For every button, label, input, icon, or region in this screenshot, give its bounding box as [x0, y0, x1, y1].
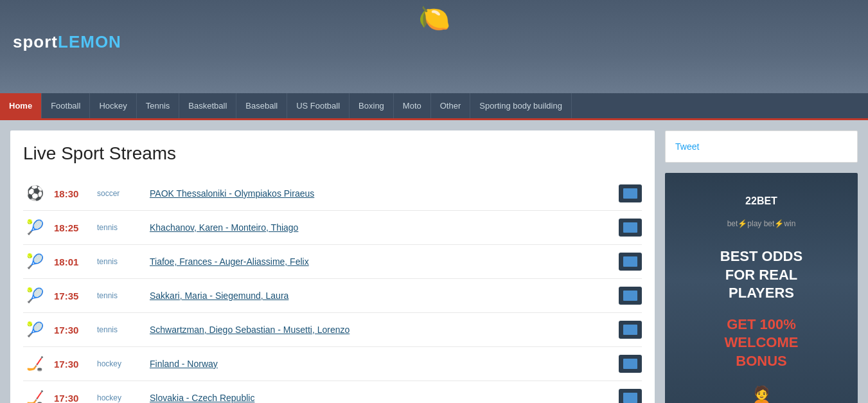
stream-sport-label: soccer	[97, 189, 142, 198]
ad-box: 22BET bet⚡play bet⚡win BEST ODDSFOR REAL…	[665, 173, 858, 403]
stream-title[interactable]: Slovakia - Czech Republic	[150, 393, 611, 403]
stream-title[interactable]: Sakkari, Maria - Siegemund, Laura	[150, 291, 611, 301]
main-content: Live Sport Streams ⚽18:30soccerPAOK Thes…	[0, 120, 868, 403]
stream-sport-label: hockey	[97, 359, 142, 368]
header: 🍋 sportLEMON	[0, 0, 868, 93]
ad-brand: 22BET	[745, 186, 777, 210]
nav-item-other[interactable]: Other	[431, 93, 471, 118]
soccer-icon: ⚽	[23, 182, 46, 205]
stream-watch-icon[interactable]	[619, 184, 642, 202]
tennis-icon: 🎾	[23, 250, 46, 273]
logo: sportLEMON	[13, 32, 121, 52]
nav-item-us-football[interactable]: US Football	[287, 93, 350, 118]
stream-title[interactable]: Schwartzman, Diego Sebastian - Musetti, …	[150, 325, 611, 335]
nav-item-tennis[interactable]: Tennis	[137, 93, 180, 118]
streams-list: ⚽18:30soccerPAOK Thessaloniki - Olympiak…	[23, 177, 642, 403]
stream-time: 17:30	[54, 325, 89, 336]
sidebar: Tweet 22BET bet⚡play bet⚡win BEST ODDSFO…	[665, 130, 858, 403]
tennis-icon: 🎾	[23, 284, 46, 307]
nav-item-hockey[interactable]: Hockey	[90, 93, 136, 118]
tennis-icon: 🎾	[23, 216, 46, 239]
nav-item-football[interactable]: Football	[42, 93, 90, 118]
ad-headline: BEST ODDSFOR REALPLAYERS	[720, 247, 802, 303]
tweet-link[interactable]: Tweet	[675, 141, 699, 152]
stream-time: 18:30	[54, 188, 89, 199]
stream-watch-icon[interactable]	[619, 287, 642, 305]
nav-item-sporting-body-building[interactable]: Sporting body building	[470, 93, 572, 118]
tweet-box: Tweet	[665, 130, 858, 163]
stream-title[interactable]: Finland - Norway	[150, 359, 611, 369]
stream-title[interactable]: Tiafoe, Frances - Auger-Aliassime, Felix	[150, 256, 611, 267]
stream-time: 17:30	[54, 359, 89, 370]
stream-row: 🎾17:30tennisSchwartzman, Diego Sebastian…	[23, 313, 642, 347]
stream-sport-label: tennis	[97, 291, 142, 300]
stream-watch-icon[interactable]	[619, 355, 642, 373]
ad-person-icon: 🧍	[738, 384, 786, 403]
ad-tagline: bet⚡play bet⚡win	[727, 219, 796, 228]
navigation: HomeFootballHockeyTennisBasketballBaseba…	[0, 93, 868, 120]
stream-row: ⚽18:30soccerPAOK Thessaloniki - Olympiak…	[23, 177, 642, 211]
stream-row: 🏒17:30hockeySlovakia - Czech Republic	[23, 381, 642, 403]
stream-row: 🎾17:35tennisSakkari, Maria - Siegemund, …	[23, 279, 642, 313]
stream-watch-icon[interactable]	[619, 389, 642, 403]
tennis-icon: 🎾	[23, 318, 46, 341]
logo-lemon: LEMON	[58, 32, 121, 51]
stream-time: 18:25	[54, 222, 89, 233]
lemon-decoration: 🍋	[418, 3, 450, 33]
stream-time: 18:01	[54, 256, 89, 267]
nav-item-boxing[interactable]: Boxing	[350, 93, 394, 118]
nav-item-home[interactable]: Home	[0, 93, 42, 118]
nav-item-baseball[interactable]: Baseball	[236, 93, 287, 118]
logo-sport: sport	[13, 32, 58, 51]
nav-item-moto[interactable]: Moto	[394, 93, 431, 118]
content-area: Live Sport Streams ⚽18:30soccerPAOK Thes…	[10, 130, 655, 403]
stream-time: 17:30	[54, 393, 89, 404]
stream-watch-icon[interactable]	[619, 219, 642, 237]
hockey-icon: 🏒	[23, 386, 46, 403]
nav-item-basketball[interactable]: Basketball	[179, 93, 236, 118]
stream-row: 🎾18:25tennisKhachanov, Karen - Monteiro,…	[23, 211, 642, 245]
stream-watch-icon[interactable]	[619, 321, 642, 339]
stream-title[interactable]: PAOK Thessaloniki - Olympiakos Piraeus	[150, 188, 611, 199]
ad-bonus: GET 100%WELCOMEBONUS	[725, 316, 799, 371]
stream-title[interactable]: Khachanov, Karen - Monteiro, Thiago	[150, 222, 611, 233]
stream-row: 🎾18:01tennisTiafoe, Frances - Auger-Alia…	[23, 245, 642, 279]
stream-row: 🏒17:30hockeyFinland - Norway	[23, 347, 642, 381]
hockey-icon: 🏒	[23, 352, 46, 375]
stream-sport-label: hockey	[97, 393, 142, 402]
page-title: Live Sport Streams	[23, 143, 642, 164]
stream-time: 17:35	[54, 291, 89, 301]
stream-sport-label: tennis	[97, 257, 142, 266]
stream-sport-label: tennis	[97, 325, 142, 334]
stream-watch-icon[interactable]	[619, 253, 642, 271]
stream-sport-label: tennis	[97, 223, 142, 232]
